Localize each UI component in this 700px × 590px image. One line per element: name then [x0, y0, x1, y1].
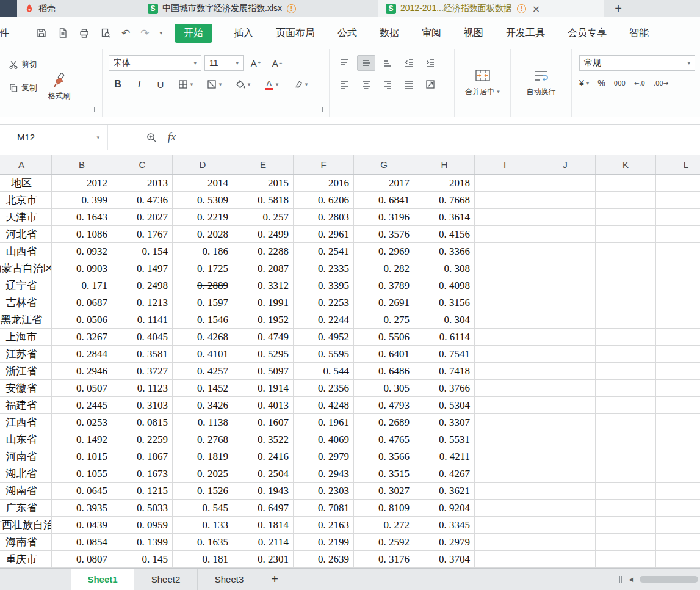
cell-empty[interactable] — [475, 397, 535, 413]
cell-value[interactable]: 0. 2028 — [173, 226, 233, 242]
increase-indent-button[interactable] — [421, 55, 439, 71]
cell-empty[interactable] — [656, 311, 700, 328]
cell-value[interactable]: 0. 181 — [173, 551, 233, 567]
cell-value[interactable]: 0. 0815 — [112, 414, 173, 431]
sheet-tab-Sheet3[interactable]: Sheet3 — [198, 569, 261, 590]
cell-empty[interactable] — [656, 551, 700, 567]
cell-empty[interactable] — [596, 363, 656, 379]
cell-value[interactable]: 0. 2969 — [354, 243, 414, 260]
bold-button[interactable]: B — [109, 76, 127, 92]
cell-empty[interactable] — [596, 175, 656, 191]
undo-button[interactable]: ↶ — [121, 28, 130, 38]
cell-empty[interactable] — [596, 209, 656, 225]
cell-empty[interactable] — [596, 483, 656, 499]
cell-value[interactable]: 0. 1607 — [233, 414, 294, 431]
cell-empty[interactable] — [535, 534, 596, 550]
align-justify-button[interactable] — [400, 76, 418, 92]
wrap-text-button[interactable]: 自动换行 — [527, 68, 556, 97]
cell-value[interactable]: 0. 2889 — [173, 277, 233, 294]
cell-value[interactable]: 0. 0854 — [52, 534, 112, 550]
cell-empty[interactable] — [656, 500, 700, 516]
cell-value[interactable]: 0. 1635 — [173, 534, 233, 550]
cell-value[interactable]: 0. 5531 — [414, 431, 475, 448]
cell-value[interactable]: 0. 133 — [173, 517, 233, 533]
cell-empty[interactable] — [475, 431, 535, 448]
cell-value[interactable]: 0. 4248 — [294, 397, 354, 413]
cell-region[interactable]: 江苏省 — [0, 346, 52, 362]
cell-value[interactable]: 0. 2445 — [52, 397, 112, 413]
cell-value[interactable]: 0. 3704 — [414, 551, 475, 567]
cell-value[interactable]: 0. 7081 — [294, 500, 354, 516]
cell-empty[interactable] — [475, 226, 535, 242]
docer-tab[interactable]: 稻壳 — [17, 0, 140, 17]
cell-value[interactable]: 0. 4156 — [414, 226, 475, 242]
cell-value[interactable]: 0. 1767 — [112, 226, 173, 242]
cell-empty[interactable] — [535, 414, 596, 431]
doc-tab-inactive[interactable]: S 中国城市数字经济发展指数.xlsx ! — [140, 0, 378, 17]
cell-empty[interactable] — [475, 465, 535, 482]
cell-value[interactable]: 0. 1643 — [52, 209, 112, 225]
borders-button[interactable]: ▾ — [173, 76, 198, 92]
cell-value[interactable]: 0. 5304 — [414, 397, 475, 413]
cell-value[interactable]: 0. 257 — [233, 209, 294, 225]
cell-value[interactable]: 0. 3176 — [354, 551, 414, 567]
cell-value[interactable]: 0. 2259 — [112, 431, 173, 448]
cell-empty[interactable] — [475, 534, 535, 550]
cell-empty[interactable] — [596, 243, 656, 260]
cell-empty[interactable] — [656, 175, 700, 191]
cell-value[interactable]: 0. 304 — [414, 311, 475, 328]
cell-value[interactable]: 0. 0253 — [52, 414, 112, 431]
font-size-select[interactable]: 11 ▾ — [204, 55, 244, 71]
number-format-select[interactable]: 常规 ▾ — [579, 55, 695, 71]
cell-value[interactable]: 0. 0439 — [52, 517, 112, 533]
cell-empty[interactable] — [535, 311, 596, 328]
name-box[interactable]: M12 ▾ — [0, 125, 108, 150]
cell-empty[interactable] — [656, 209, 700, 225]
cell-value[interactable]: 0. 272 — [354, 517, 414, 533]
cell-value[interactable]: 0. 1819 — [173, 448, 233, 465]
cell-empty[interactable] — [596, 346, 656, 362]
cell-empty[interactable] — [535, 226, 596, 242]
cell-empty[interactable] — [596, 329, 656, 345]
cell-value[interactable]: 0. 3366 — [414, 243, 475, 260]
cell-value[interactable]: 0. 2592 — [354, 534, 414, 550]
menu-item-智能[interactable]: 智能 — [628, 24, 650, 43]
fill-color-button[interactable]: ▾ — [230, 76, 256, 92]
cell-region[interactable]: 湖北省 — [0, 465, 52, 482]
zoom-search-button[interactable] — [146, 132, 157, 143]
cell-empty[interactable] — [596, 260, 656, 277]
cell-value[interactable]: 0. 7541 — [414, 346, 475, 362]
column-header-D[interactable]: D — [173, 155, 233, 174]
cell-empty[interactable] — [596, 397, 656, 413]
cell-empty[interactable] — [596, 431, 656, 448]
copy-button[interactable]: 复制 — [9, 81, 37, 95]
cell-empty[interactable] — [596, 551, 656, 567]
cell-empty[interactable] — [475, 500, 535, 516]
cell-empty[interactable] — [535, 329, 596, 345]
cell-value[interactable]: 0. 2961 — [294, 226, 354, 242]
cell-value[interactable]: 0. 1215 — [112, 483, 173, 499]
eraser-button[interactable]: ▾ — [287, 76, 313, 92]
cell-value[interactable]: 0. 171 — [52, 277, 112, 294]
cell-empty[interactable] — [475, 294, 535, 311]
cell-empty[interactable] — [535, 397, 596, 413]
cell-value[interactable]: 0. 3426 — [173, 397, 233, 413]
cell-empty[interactable] — [656, 192, 700, 208]
cell-region[interactable]: 河南省 — [0, 448, 52, 465]
column-header-C[interactable]: C — [112, 155, 173, 174]
cell-empty[interactable] — [475, 277, 535, 294]
cell-value[interactable]: 0. 0959 — [112, 517, 173, 533]
cell-value[interactable]: 0. 1597 — [173, 294, 233, 311]
cell-value[interactable]: 0. 186 — [173, 243, 233, 260]
column-header-I[interactable]: I — [475, 155, 535, 174]
cell-value[interactable]: 0. 5595 — [294, 346, 354, 362]
quick-access-more-button[interactable]: ▾ — [160, 30, 163, 36]
cell-value[interactable]: 0. 4765 — [354, 431, 414, 448]
cell-value[interactable]: 0. 4013 — [233, 397, 294, 413]
cell-value[interactable]: 0. 305 — [354, 380, 414, 396]
column-header-K[interactable]: K — [596, 155, 656, 174]
font-dialog-launcher[interactable] — [318, 107, 323, 112]
cell-empty[interactable] — [596, 192, 656, 208]
menu-item-数据[interactable]: 数据 — [378, 24, 400, 43]
formula-input[interactable] — [186, 125, 700, 150]
